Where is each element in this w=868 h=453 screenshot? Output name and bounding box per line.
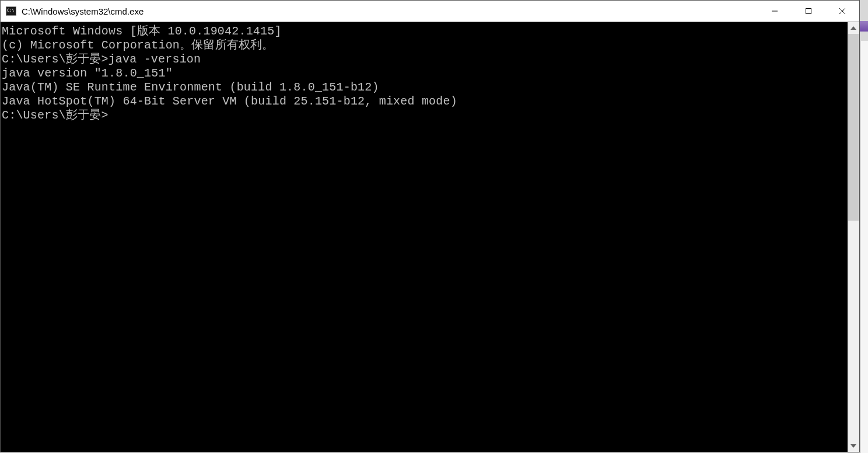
terminal-line: C:\Users\彭于晏>java -version (2, 53, 848, 67)
titlebar[interactable]: C:\ C:\Windows\system32\cmd.exe (1, 1, 859, 22)
close-button[interactable] (825, 1, 859, 22)
scroll-down-button[interactable] (848, 440, 859, 452)
window-controls (758, 1, 859, 22)
terminal-line: java version "1.8.0_151" (2, 67, 848, 81)
window-title: C:\Windows\system32\cmd.exe (22, 6, 758, 16)
minimize-button[interactable] (758, 1, 792, 22)
terminal-line: Microsoft Windows [版本 10.0.19042.1415] (2, 25, 848, 39)
vertical-scrollbar[interactable] (848, 22, 859, 452)
svg-marker-7 (850, 444, 856, 448)
terminal-output[interactable]: Microsoft Windows [版本 10.0.19042.1415](c… (1, 22, 848, 452)
scroll-thumb[interactable] (848, 34, 859, 221)
terminal-line: Java HotSpot(TM) 64-Bit Server VM (build… (2, 95, 848, 109)
terminal-line: (c) Microsoft Corporation。保留所有权利。 (2, 39, 848, 53)
terminal-line: C:\Users\彭于晏> (2, 109, 848, 123)
svg-marker-6 (850, 26, 856, 30)
cmd-window: C:\ C:\Windows\system32\cmd.exe Microsof… (0, 0, 860, 452)
client-area: Microsoft Windows [版本 10.0.19042.1415](c… (1, 22, 859, 452)
svg-rect-3 (806, 9, 811, 14)
background-window-edge (861, 41, 868, 453)
scroll-up-button[interactable] (848, 22, 859, 34)
background-window-tab (860, 21, 868, 32)
terminal-line: Java(TM) SE Runtime Environment (build 1… (2, 81, 848, 95)
maximize-button[interactable] (792, 1, 825, 22)
svg-text:C:\: C:\ (7, 8, 15, 13)
cmd-icon: C:\ (5, 6, 17, 16)
scroll-track[interactable] (848, 34, 859, 440)
